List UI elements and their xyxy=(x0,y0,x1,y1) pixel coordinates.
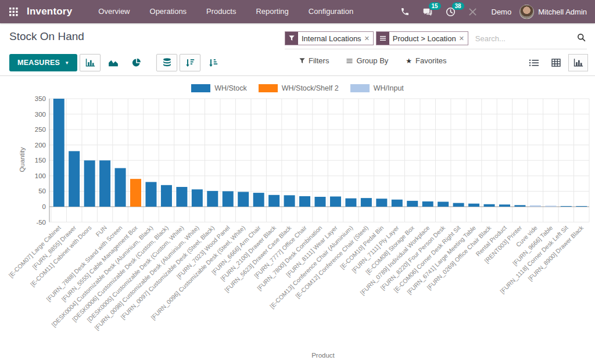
activities-button[interactable]: 38 xyxy=(439,0,462,23)
menu-operations[interactable]: Operations xyxy=(140,0,197,23)
tools-icon xyxy=(468,8,477,16)
filter-icon xyxy=(285,32,298,45)
sort-desc-button[interactable] xyxy=(180,54,200,71)
bar-15[interactable] xyxy=(284,195,295,207)
control-panel: Stock On Hand Internal Locations ✕ Produ… xyxy=(0,23,595,76)
bar-21[interactable] xyxy=(376,199,387,207)
bar-23[interactable] xyxy=(407,201,418,207)
y-tick-label: 0 xyxy=(42,203,46,210)
stacked-toggle-button[interactable] xyxy=(156,54,177,71)
sort-asc-icon xyxy=(209,59,218,67)
apps-menu-icon[interactable] xyxy=(0,0,27,23)
bars-icon xyxy=(346,58,353,64)
filters-label: Filters xyxy=(309,56,329,65)
stock-on-hand-chart[interactable]: Quantity Product -5005010015020025030035… xyxy=(0,76,595,364)
search-icon[interactable] xyxy=(577,33,586,44)
star-icon: ★ xyxy=(406,57,412,65)
bar-16[interactable] xyxy=(299,196,310,207)
company-name[interactable]: Demo xyxy=(483,8,520,16)
search-facet-groupby: Product > Location ✕ xyxy=(376,31,468,45)
group-by-label: Group By xyxy=(356,56,388,65)
bar-14[interactable] xyxy=(268,195,279,207)
search-bar[interactable]: Internal Locations ✕ Product > Location … xyxy=(285,31,587,49)
menu-overview[interactable]: Overview xyxy=(88,0,139,23)
bar-7[interactable] xyxy=(161,185,172,207)
debug-tools-button[interactable] xyxy=(462,0,483,23)
filters-button[interactable]: Filters xyxy=(299,56,329,65)
bar-8[interactable] xyxy=(176,187,187,207)
y-tick-label: 200 xyxy=(35,142,46,149)
y-tick-label: -50 xyxy=(36,219,46,226)
y-tick-label: 350 xyxy=(35,95,46,102)
phone-icon xyxy=(400,7,410,16)
y-tick-label: 100 xyxy=(35,172,46,179)
bar-19[interactable] xyxy=(345,199,356,207)
search-input[interactable]: Search... xyxy=(475,34,577,43)
bar-25[interactable] xyxy=(438,201,449,207)
bar-6[interactable] xyxy=(145,182,156,207)
messages-button[interactable]: 15 xyxy=(416,0,439,23)
list-icon xyxy=(529,59,539,67)
bar-3[interactable] xyxy=(99,160,110,207)
pivot-view-button[interactable] xyxy=(546,54,566,71)
bar-10[interactable] xyxy=(207,191,218,207)
bar-18[interactable] xyxy=(330,196,341,207)
view-switcher xyxy=(522,54,588,71)
menu-products[interactable]: Products xyxy=(196,0,246,23)
facet-remove-icon[interactable]: ✕ xyxy=(459,35,464,42)
bar-4[interactable] xyxy=(115,168,126,207)
bar-30[interactable] xyxy=(514,205,525,207)
bar-34[interactable] xyxy=(576,206,587,207)
bar-11[interactable] xyxy=(223,191,234,207)
bar-33[interactable] xyxy=(561,206,572,207)
area-chart-icon xyxy=(108,59,119,67)
group-by-button[interactable]: Group By xyxy=(346,56,388,65)
sort-asc-button[interactable] xyxy=(203,54,224,71)
bar-20[interactable] xyxy=(361,198,372,207)
graph-view-button[interactable] xyxy=(568,54,588,71)
bar-32[interactable] xyxy=(545,206,556,207)
bar-0[interactable] xyxy=(53,99,64,207)
bar-24[interactable] xyxy=(422,201,433,207)
chevron-down-icon: ▼ xyxy=(64,60,69,66)
bar-chart-icon xyxy=(574,59,583,67)
bar-28[interactable] xyxy=(484,204,495,207)
menu-reporting[interactable]: Reporting xyxy=(246,0,298,23)
app-name[interactable]: Inventory xyxy=(27,6,72,17)
filter-icon xyxy=(299,58,305,64)
favorites-button[interactable]: ★ Favorites xyxy=(406,56,446,65)
y-axis-title: Quantity xyxy=(19,147,26,172)
list-view-button[interactable] xyxy=(524,54,544,71)
page-title: Stock On Hand xyxy=(9,30,84,43)
bar-13[interactable] xyxy=(253,193,264,207)
voip-button[interactable] xyxy=(394,0,416,23)
user-name: Mitchell Admin xyxy=(538,8,587,16)
y-tick-label: 150 xyxy=(35,157,46,164)
bar-5[interactable] xyxy=(130,179,141,207)
bar-1[interactable] xyxy=(69,151,80,207)
bar-2[interactable] xyxy=(84,160,95,207)
bar-26[interactable] xyxy=(453,203,464,207)
graph-view: WH/StockWH/Stock/Shelf 2WH/Input Quantit… xyxy=(0,76,595,364)
pie-chart-mode-button[interactable] xyxy=(126,54,147,71)
bar-12[interactable] xyxy=(238,192,249,207)
bar-chart-mode-button[interactable] xyxy=(80,54,101,71)
y-tick-label: 250 xyxy=(35,126,46,133)
bar-31[interactable] xyxy=(530,206,541,207)
group-by-icon xyxy=(377,32,389,45)
y-tick-label: 300 xyxy=(35,111,46,118)
menu-configuration[interactable]: Configuration xyxy=(299,0,363,23)
measures-label: MEASURES xyxy=(17,59,60,67)
bar-chart-icon xyxy=(85,59,95,67)
favorites-label: Favorites xyxy=(415,56,446,65)
bar-29[interactable] xyxy=(499,204,510,207)
bar-9[interactable] xyxy=(192,189,203,207)
bar-22[interactable] xyxy=(392,200,403,207)
line-chart-mode-button[interactable] xyxy=(103,54,124,71)
measures-button[interactable]: MEASURES ▼ xyxy=(9,54,77,71)
bar-27[interactable] xyxy=(468,204,479,207)
facet-remove-icon[interactable]: ✕ xyxy=(364,35,370,42)
sort-desc-icon xyxy=(185,59,195,67)
bar-17[interactable] xyxy=(315,197,326,207)
user-menu[interactable]: Mitchell Admin xyxy=(519,5,595,19)
